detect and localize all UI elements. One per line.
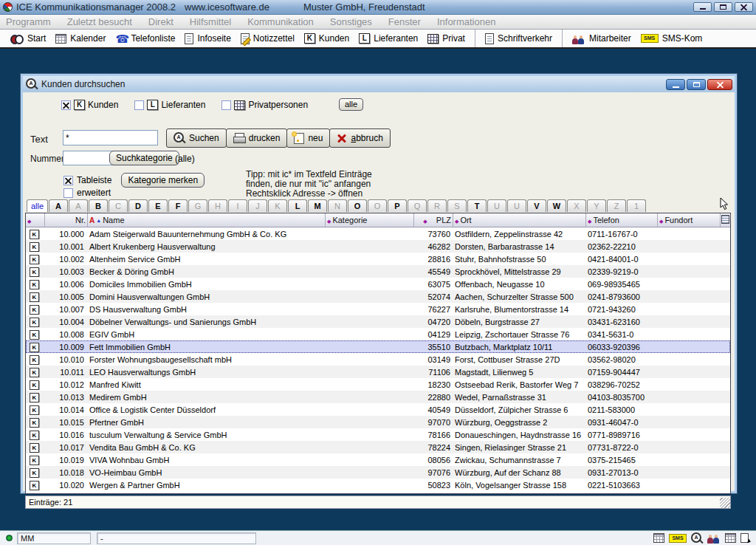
table-row[interactable]: 10.017 Vendita Bau GmbH & Co. KG 78224 S… — [26, 441, 730, 453]
statusbar-icon[interactable] — [725, 533, 736, 543]
menu-item[interactable]: Programm — [6, 16, 51, 27]
statusbar-icon[interactable] — [707, 532, 721, 544]
alpha-tab[interactable]: V — [527, 199, 546, 212]
alpha-tab[interactable]: L — [288, 199, 307, 212]
alpha-tab[interactable]: U — [487, 199, 506, 212]
toolbar-item[interactable]: Privat — [427, 30, 465, 47]
alpha-tab[interactable]: K — [268, 199, 287, 212]
kategorie-merken-button[interactable]: Kategorie merken — [121, 173, 205, 188]
table-row[interactable]: 10.012 Manfred Kiwitt 18230 Ostseebad Re… — [26, 378, 730, 391]
table-row[interactable]: 10.018 VO-Heimbau GmbH 97076 Würzburg, A… — [26, 466, 730, 479]
menu-item[interactable]: Fenster — [388, 16, 421, 27]
toolbar-item[interactable]: Notizzettel — [241, 30, 295, 47]
table-row[interactable]: 10.003 Becker & Döring GmbH 45549 Sprock… — [26, 265, 730, 278]
toolbar-item[interactable]: Mitarbeiter — [562, 30, 631, 47]
resize-grip[interactable] — [720, 498, 730, 508]
table-row[interactable]: 10.011 LEO Hausverwaltungs GmbH 71106 Ma… — [26, 366, 730, 378]
table-row[interactable]: 10.006 Domiciles Immobilien GmbH 63075 O… — [26, 278, 730, 290]
header-ort[interactable]: Ort — [453, 213, 586, 227]
search-strip-button[interactable]: drucken — [226, 128, 288, 148]
alpha-tab[interactable]: M — [308, 199, 327, 212]
alpha-tab[interactable]: X — [567, 199, 586, 212]
alpha-tab[interactable]: A — [69, 199, 88, 212]
alpha-tab[interactable]: W — [547, 199, 566, 212]
table-row[interactable]: 10.007 DS Hausverwaltung GmbH 76227 Karl… — [26, 303, 730, 315]
kunden-checkbox[interactable] — [61, 100, 71, 110]
erweitert-checkbox[interactable] — [63, 188, 73, 198]
menu-item[interactable]: Hilfsmittel — [190, 16, 231, 27]
search-strip-button[interactable]: abbruch — [329, 128, 390, 148]
search-strip-button[interactable]: Suchen — [166, 128, 227, 148]
dialog-close-button[interactable] — [707, 79, 732, 90]
header-telefon[interactable]: Telefon — [586, 213, 658, 227]
dialog-minimize-button[interactable] — [666, 79, 685, 90]
alpha-tab[interactable]: C — [109, 199, 128, 212]
alpha-tab[interactable]: G — [188, 199, 207, 212]
alpha-tab[interactable]: R — [427, 199, 447, 212]
header-plz[interactable]: PLZ — [414, 213, 453, 227]
table-row[interactable]: 10.002 Altenheim Service GmbH 28816 Stuh… — [26, 253, 730, 265]
table-row[interactable]: 10.008 EGIV GmbH 04129 Leipzig, Zschorta… — [26, 328, 730, 340]
search-strip-button[interactable]: neu — [286, 128, 330, 148]
tableiste-checkbox[interactable] — [63, 176, 73, 185]
alpha-tab[interactable]: J — [248, 199, 267, 212]
statusbar-icon[interactable] — [740, 533, 749, 543]
toolbar-item[interactable]: Lieferanten — [359, 30, 418, 47]
menu-item[interactable]: Direkt — [148, 16, 173, 27]
alpha-tab[interactable]: O — [368, 199, 387, 212]
alpha-tab[interactable]: N — [328, 199, 347, 212]
header-fundort[interactable]: Fundort — [658, 213, 721, 227]
restore-button[interactable] — [714, 2, 732, 12]
lieferanten-checkbox[interactable] — [134, 100, 144, 110]
alpha-tab[interactable]: T — [467, 199, 487, 212]
privatpersonen-checkbox[interactable] — [221, 100, 231, 110]
table-row[interactable]: 10.004 Döbelner Verwaltungs- und Sanieru… — [26, 315, 730, 328]
column-picker-icon[interactable] — [721, 215, 729, 224]
alpha-tab[interactable]: H — [208, 199, 227, 212]
table-row[interactable]: 10.019 VIVA Wohnbau GmbH 08056 Zwickau, … — [26, 453, 730, 466]
header-nr[interactable]: Nr. — [45, 213, 88, 227]
table-row[interactable]: 10.000 Adam Steigerwald Bauunternehmung … — [26, 227, 730, 240]
statusbar-icon[interactable] — [669, 534, 687, 543]
close-button[interactable] — [735, 2, 753, 12]
table-row[interactable]: 10.013 Medirem GmbH 22880 Wedel, Parnaßs… — [26, 391, 730, 403]
alpha-tab[interactable]: Q — [408, 199, 427, 212]
statusbar-icon[interactable] — [691, 532, 703, 544]
table-row[interactable]: 10.014 Office & Logistik Center Düsseldo… — [26, 403, 730, 416]
toolbar-item[interactable]: Infoseite — [185, 30, 230, 47]
table-row[interactable]: 10.020 Wergen & Partner GmbH 50823 Köln,… — [26, 479, 730, 491]
toolbar-item[interactable]: Kunden — [304, 30, 349, 47]
alpha-tab[interactable]: 1 — [627, 199, 646, 212]
header-name[interactable]: Name — [88, 213, 326, 227]
alpha-tab[interactable]: F — [168, 199, 188, 212]
menu-item[interactable]: Kommunikation — [247, 16, 314, 27]
alpha-tab[interactable]: O — [348, 199, 367, 212]
statusbar-icon[interactable] — [653, 533, 664, 543]
alpha-tab[interactable]: U — [507, 199, 526, 212]
alpha-tab[interactable]: P — [388, 199, 407, 212]
toolbar-item[interactable]: Schriftverkehr — [475, 30, 552, 47]
alpha-tab[interactable]: alle — [27, 199, 48, 212]
alle-button[interactable]: alle — [339, 98, 363, 111]
alpha-tab[interactable]: D — [128, 199, 148, 212]
menu-item[interactable]: Zuletzt besucht — [67, 16, 132, 27]
alpha-tab[interactable]: I — [228, 199, 247, 212]
alpha-tab[interactable]: S — [447, 199, 467, 212]
alpha-tab[interactable]: Y — [587, 199, 606, 212]
table-row[interactable]: 10.015 Pfertner GmbH 97070 Würzburg, Oeg… — [26, 416, 730, 428]
menu-item[interactable]: Informationen — [437, 16, 496, 27]
menu-item[interactable]: Sonstiges — [330, 16, 372, 27]
alpha-tab[interactable]: E — [148, 199, 168, 212]
header-kategorie[interactable]: Kategorie — [326, 213, 414, 227]
table-row[interactable]: 10.016 tusculum Verwaltung & Service Gmb… — [26, 428, 730, 441]
table-row[interactable]: 10.010 Forster Wohnungsbaugesellschaft m… — [26, 353, 730, 366]
table-row[interactable]: 10.009 Fett Immobilien GmbH 35510 Butzba… — [26, 340, 730, 353]
text-search-input[interactable] — [63, 130, 158, 145]
minimize-button[interactable] — [693, 2, 712, 12]
toolbar-item[interactable]: Telefonliste — [115, 30, 175, 47]
table-row[interactable]: 10.005 Domini Hausverwaltungen GmbH 5207… — [26, 290, 730, 303]
toolbar-item[interactable]: Kalender — [55, 30, 106, 47]
toolbar-item[interactable]: SMS-Kom — [641, 30, 703, 47]
alpha-tab[interactable]: B — [89, 199, 108, 212]
toolbar-item[interactable]: Start — [10, 30, 46, 47]
